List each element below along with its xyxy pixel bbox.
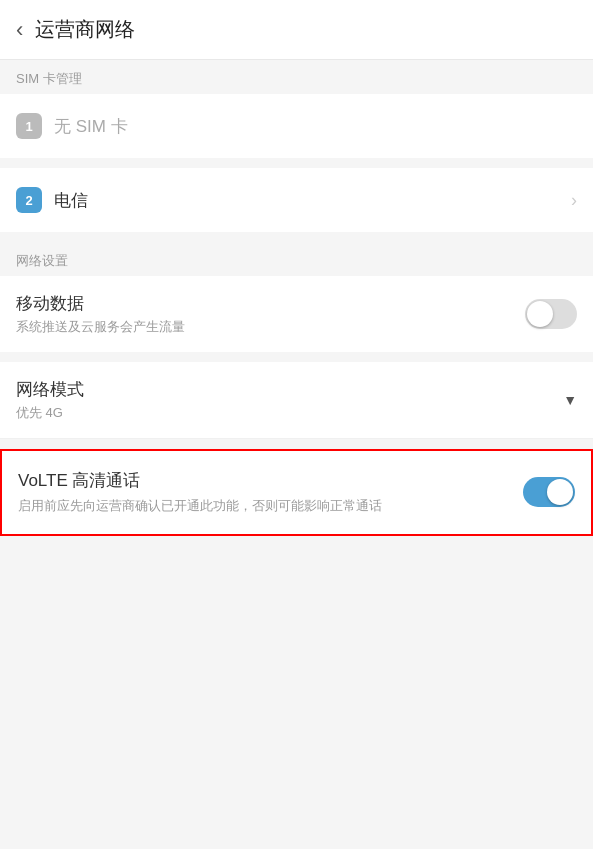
network-mode-dropdown-icon: ▼ [563, 392, 577, 408]
spacer-4 [0, 439, 593, 449]
page-title: 运营商网络 [35, 16, 135, 43]
sim2-label: 电信 [54, 189, 571, 212]
mobile-data-subtitle: 系统推送及云服务会产生流量 [16, 318, 525, 336]
sim2-chevron-icon: › [571, 190, 577, 211]
spacer-3 [0, 352, 593, 362]
header: ‹ 运营商网络 [0, 0, 593, 60]
volte-item[interactable]: VoLTE 高清通话 启用前应先向运营商确认已开通此功能，否则可能影响正常通话 [2, 451, 591, 534]
mobile-data-toggle[interactable] [525, 299, 577, 329]
volte-title: VoLTE 高清通话 [18, 469, 523, 492]
spacer-2 [0, 232, 593, 242]
sim1-badge: 1 [16, 113, 42, 139]
sim2-item[interactable]: 2 电信 › [0, 168, 593, 232]
sim2-badge: 2 [16, 187, 42, 213]
spacer-1 [0, 158, 593, 168]
network-mode-text: 网络模式 优先 4G [16, 378, 563, 422]
back-button[interactable]: ‹ [16, 19, 23, 41]
volte-toggle[interactable] [523, 477, 575, 507]
network-mode-subtitle: 优先 4G [16, 404, 563, 422]
sim1-label: 无 SIM 卡 [54, 115, 577, 138]
mobile-data-toggle-thumb [527, 301, 553, 327]
mobile-data-text: 移动数据 系统推送及云服务会产生流量 [16, 292, 525, 336]
network-mode-title: 网络模式 [16, 378, 563, 401]
sim1-item[interactable]: 1 无 SIM 卡 [0, 94, 593, 158]
volte-subtitle: 启用前应先向运营商确认已开通此功能，否则可能影响正常通话 [18, 496, 398, 516]
sim-management-section-label: SIM 卡管理 [0, 60, 593, 94]
mobile-data-item[interactable]: 移动数据 系统推送及云服务会产生流量 [0, 276, 593, 352]
network-settings-section-label: 网络设置 [0, 242, 593, 276]
mobile-data-title: 移动数据 [16, 292, 525, 315]
network-mode-item[interactable]: 网络模式 优先 4G ▼ [0, 362, 593, 439]
volte-section: VoLTE 高清通话 启用前应先向运营商确认已开通此功能，否则可能影响正常通话 [0, 449, 593, 536]
volte-text: VoLTE 高清通话 启用前应先向运营商确认已开通此功能，否则可能影响正常通话 [18, 469, 523, 516]
